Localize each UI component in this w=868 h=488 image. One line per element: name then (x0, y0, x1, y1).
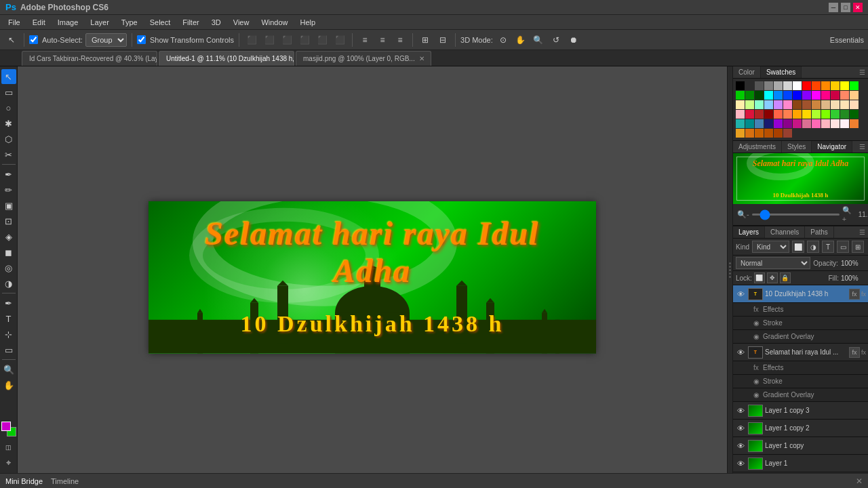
swatch-50[interactable] (840, 110, 849, 119)
swatch-12[interactable] (850, 81, 859, 90)
magic-wand-tool[interactable]: ✱ (1, 116, 16, 131)
crop-tool[interactable]: ⬡ (1, 131, 16, 146)
swatch-0[interactable] (736, 81, 745, 90)
swatch-14[interactable] (745, 91, 754, 100)
nav-view-box[interactable] (736, 157, 865, 201)
maximize-button[interactable]: □ (841, 3, 850, 12)
mini-bridge-close[interactable]: ✕ (856, 476, 863, 486)
eraser-tool[interactable]: ◈ (1, 229, 16, 244)
swatch-47[interactable] (812, 110, 821, 119)
layer-item-copy3[interactable]: 👁 Layer 1 copy 3 (733, 402, 868, 420)
menu-type[interactable]: Type (116, 17, 143, 28)
swatch-69[interactable] (774, 129, 783, 138)
swatch-53[interactable] (745, 119, 754, 128)
swatch-19[interactable] (793, 91, 802, 100)
menu-view[interactable]: View (228, 17, 255, 28)
shape-filter-btn[interactable]: ▭ (837, 241, 849, 253)
menu-edit[interactable]: Edit (27, 17, 51, 28)
distribute-btn-2[interactable]: ≡ (375, 33, 390, 47)
swatch-37[interactable] (840, 100, 849, 109)
blend-mode-select[interactable]: Normal (736, 257, 810, 269)
swatch-66[interactable] (745, 129, 754, 138)
paths-tab[interactable]: Paths (805, 226, 834, 238)
align-center-v[interactable]: ⬛ (315, 33, 330, 47)
swatch-60[interactable] (812, 119, 821, 128)
zoom-in-btn[interactable]: 🔍+ (842, 206, 852, 223)
gradient-tool[interactable]: ◼ (1, 245, 16, 260)
adjustments-tab[interactable]: Adjustments (733, 141, 782, 152)
layer-item-3[interactable]: 👁 Layer 3 fx (733, 472, 868, 473)
swatch-31[interactable] (783, 100, 792, 109)
move-tool-options[interactable]: ↖ (4, 33, 19, 47)
tab-untitled[interactable]: Untitled-1 @ 11.1% (10 Dzulkhijah 1438 h… (159, 51, 294, 66)
swatch-57[interactable] (783, 119, 792, 128)
swatch-25[interactable] (850, 91, 859, 100)
lasso-tool[interactable]: ○ (1, 100, 16, 115)
fill-value[interactable]: 100% (841, 274, 865, 282)
swatch-42[interactable] (764, 110, 773, 119)
swatch-46[interactable] (802, 110, 811, 119)
swatch-48[interactable] (821, 110, 830, 119)
pen-tool[interactable]: ✒ (1, 296, 16, 310)
align-bottom[interactable]: ⬛ (332, 33, 347, 47)
layer-fx-10dzul[interactable]: fx (849, 289, 860, 300)
swatch-38[interactable] (850, 100, 859, 109)
swatch-52[interactable] (736, 119, 745, 128)
menu-image[interactable]: Image (52, 17, 84, 28)
layer-kind-select[interactable]: Kind (752, 241, 789, 253)
layer-item-copy1[interactable]: 👁 Layer 1 copy (733, 437, 868, 455)
swatch-34[interactable] (812, 100, 821, 109)
swatch-62[interactable] (831, 119, 840, 128)
hand-tool[interactable]: ✋ (1, 378, 16, 392)
navigator-tab[interactable]: Navigator (812, 141, 852, 152)
screen-mode-toggle[interactable]: ⌖ (1, 455, 16, 470)
clone-stamp-tool[interactable]: ▣ (1, 198, 16, 213)
swatch-65[interactable] (736, 129, 745, 138)
swatch-41[interactable] (755, 110, 764, 119)
swatch-27[interactable] (745, 100, 754, 109)
pixel-filter-btn[interactable]: ⬜ (792, 241, 804, 253)
distribute-btn-1[interactable]: ≡ (357, 33, 372, 47)
show-transform-checkbox[interactable] (137, 35, 146, 44)
swatch-7[interactable] (802, 81, 811, 90)
align-top[interactable]: ⬛ (297, 33, 312, 47)
styles-tab[interactable]: Styles (782, 141, 812, 152)
tab-masjid[interactable]: masjid.png @ 100% (Layer 0, RGB... ✕ (296, 51, 431, 66)
menu-select[interactable]: Select (144, 17, 176, 28)
swatch-11[interactable] (840, 81, 849, 90)
swatch-6[interactable] (793, 81, 802, 90)
swatch-35[interactable] (821, 100, 830, 109)
swatch-56[interactable] (774, 119, 783, 128)
tab-id-cars[interactable]: Id Cars Takbiran-Recovered @ 40.3% (Laye… (22, 51, 157, 66)
swatch-21[interactable] (812, 91, 821, 100)
timeline-tab[interactable]: Timeline (51, 477, 79, 485)
3d-record[interactable]: ⏺ (566, 33, 581, 47)
layer-item-10dzul[interactable]: 👁 T 10 Dzulkhijah 1438 h fx fx (733, 285, 868, 303)
arrange-btn[interactable]: ⊟ (435, 33, 450, 47)
mini-bridge-tab[interactable]: Mini Bridge (5, 477, 43, 485)
layer-eye-copy2[interactable]: 👁 (735, 423, 746, 434)
transform-btn[interactable]: ⊞ (418, 33, 433, 47)
nav-panel-menu[interactable]: ☰ (856, 141, 868, 152)
swatch-8[interactable] (812, 81, 821, 90)
menu-filter[interactable]: Filter (177, 17, 204, 28)
3d-orbit[interactable]: ⊙ (496, 33, 511, 47)
swatch-40[interactable] (745, 110, 754, 119)
move-tool[interactable]: ↖ (1, 69, 16, 84)
healing-brush-tool[interactable]: ✒ (1, 167, 16, 182)
lock-pixels-btn[interactable]: ⬜ (754, 272, 765, 283)
align-center-h[interactable]: ⬛ (262, 33, 277, 47)
3d-zoom[interactable]: 🔍 (531, 33, 546, 47)
rectangular-marquee-tool[interactable]: ▭ (1, 85, 16, 100)
layer-item-selamat[interactable]: 👁 T Selamat hari raya Idul ... fx fx (733, 344, 868, 361)
swatch-3[interactable] (764, 81, 773, 90)
opacity-value[interactable]: 100% (841, 260, 865, 267)
distribute-btn-3[interactable]: ≡ (393, 33, 408, 47)
quick-mask-toggle[interactable]: ◫ (1, 440, 16, 455)
layer-item-copy2[interactable]: 👁 Layer 1 copy 2 (733, 420, 868, 437)
fg-bg-color-selector[interactable] (1, 422, 16, 436)
adjustment-filter-btn[interactable]: ◑ (807, 241, 819, 253)
blur-tool[interactable]: ◎ (1, 260, 16, 275)
swatch-24[interactable] (840, 91, 849, 100)
swatch-70[interactable] (783, 129, 792, 138)
